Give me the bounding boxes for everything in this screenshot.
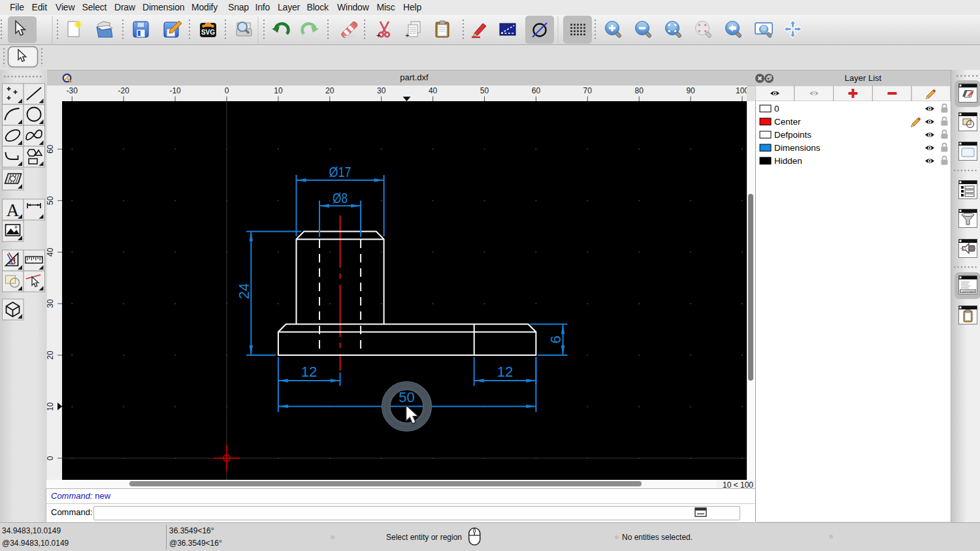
svg-text:@34.9483,10.0149: @34.9483,10.0149	[2, 539, 69, 548]
svg-text:90: 90	[686, 86, 695, 95]
svg-text:12: 12	[301, 364, 317, 380]
svg-text:A: A	[7, 200, 20, 220]
svg-text:6: 6	[547, 336, 564, 343]
svg-text:36.3549<16°: 36.3549<16°	[169, 526, 214, 535]
svg-text:Select entity or region: Select entity or region	[386, 533, 462, 542]
svg-text:0: 0	[225, 86, 229, 95]
svg-text:50: 50	[47, 196, 55, 205]
svg-text:30: 30	[377, 86, 386, 95]
svg-text:70: 70	[583, 86, 593, 95]
svg-text:+: +	[405, 31, 409, 39]
svg-text:Hidden: Hidden	[774, 156, 802, 166]
svg-text:-10: -10	[169, 86, 181, 95]
svg-text:40: 40	[429, 86, 438, 95]
svg-text:60: 60	[532, 86, 541, 95]
svg-text:30: 30	[47, 299, 55, 308]
svg-text:Center: Center	[774, 117, 801, 127]
svg-text:0: 0	[774, 104, 779, 114]
svg-text:-20: -20	[118, 86, 130, 95]
svg-text:50: 50	[480, 86, 489, 95]
svg-text:40: 40	[47, 247, 55, 257]
svg-text:Ø8: Ø8	[333, 190, 348, 206]
svg-text:60: 60	[47, 144, 55, 153]
svg-text:SVG: SVG	[201, 29, 215, 36]
svg-text:50: 50	[399, 389, 414, 405]
svg-text:Ø17: Ø17	[329, 164, 351, 180]
svg-text:12: 12	[497, 364, 513, 380]
svg-text:24: 24	[236, 283, 252, 299]
svg-text:80: 80	[635, 86, 644, 95]
svg-text:Defpoints: Defpoints	[774, 130, 811, 140]
svg-text:+: +	[376, 31, 380, 39]
svg-text:20: 20	[47, 351, 55, 360]
svg-text:100: 100	[736, 86, 747, 95]
svg-text:34.9483,10.0149: 34.9483,10.0149	[2, 526, 61, 535]
svg-text:-30: -30	[67, 86, 78, 95]
svg-text:Dimensions: Dimensions	[774, 143, 821, 153]
svg-text:10: 10	[47, 402, 55, 411]
svg-text:10: 10	[274, 86, 283, 95]
svg-text:@36.3549<16°: @36.3549<16°	[169, 539, 222, 548]
svg-text:c:command: c:command	[960, 290, 975, 293]
svg-text:20: 20	[325, 86, 335, 95]
svg-text:0: 0	[47, 456, 55, 460]
svg-text:No entities selected.: No entities selected.	[622, 533, 693, 542]
